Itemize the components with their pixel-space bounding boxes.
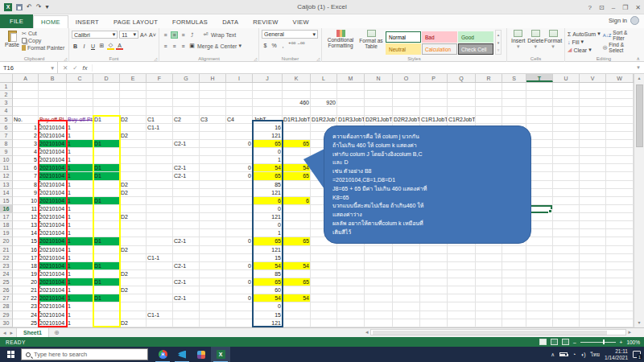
font-size-select[interactable]: 11▾ xyxy=(119,31,138,39)
cell-U18[interactable] xyxy=(553,221,580,229)
cell-T22[interactable] xyxy=(526,254,553,262)
column-header-A[interactable]: A xyxy=(13,74,39,82)
cell-E6[interactable] xyxy=(120,124,147,132)
cell-F2[interactable] xyxy=(147,91,173,99)
cell-A19[interactable]: 14 xyxy=(13,229,39,237)
row-header-24[interactable]: 24 xyxy=(0,270,13,278)
cell-A30[interactable]: 25 xyxy=(13,319,39,327)
cell-V29[interactable] xyxy=(580,311,606,319)
cell-H14[interactable] xyxy=(200,189,226,197)
cell-G23[interactable]: C2-1 xyxy=(173,262,200,270)
cell-G21[interactable] xyxy=(173,246,200,254)
cell-G22[interactable] xyxy=(173,254,200,262)
cell-G1[interactable] xyxy=(173,83,200,91)
cell-E24[interactable]: D2 xyxy=(120,270,147,278)
cell-A11[interactable]: 6 xyxy=(13,164,39,172)
cell-N22[interactable] xyxy=(365,254,393,262)
cell-W14[interactable] xyxy=(606,189,634,197)
cell-H18[interactable] xyxy=(200,221,226,229)
cell-V2[interactable] xyxy=(580,91,606,99)
cell-C22[interactable]: 1 xyxy=(67,254,93,262)
cell-U29[interactable] xyxy=(553,311,580,319)
cell-K17[interactable] xyxy=(283,213,311,221)
cell-H29[interactable] xyxy=(200,311,226,319)
cell-K29[interactable] xyxy=(283,311,311,319)
cell-E3[interactable] xyxy=(120,99,147,107)
cell-E30[interactable]: D2 xyxy=(120,319,147,327)
cell-W3[interactable] xyxy=(606,99,634,107)
cell-P28[interactable] xyxy=(420,302,448,311)
cell-J22[interactable]: 15 xyxy=(253,254,283,262)
cell-O1[interactable] xyxy=(393,83,420,91)
cell-F18[interactable] xyxy=(147,221,173,229)
column-header-M[interactable]: M xyxy=(337,74,365,82)
cell-K20[interactable]: 65 xyxy=(283,237,311,245)
cell-K1[interactable] xyxy=(283,83,311,91)
cell-W10[interactable] xyxy=(606,156,634,164)
cell-N3[interactable] xyxy=(365,99,393,107)
cell-D8[interactable]: D1 xyxy=(93,140,120,148)
cell-D20[interactable]: D1 xyxy=(93,237,120,245)
cell-O23[interactable] xyxy=(393,262,420,270)
cell-U12[interactable] xyxy=(553,172,580,180)
cell-G29[interactable] xyxy=(173,311,200,319)
cell-G20[interactable]: C2-1 xyxy=(173,237,200,245)
cell-E21[interactable]: D2 xyxy=(120,246,147,254)
cell-N5[interactable]: D2R1JobT xyxy=(365,116,393,124)
percent-button[interactable]: % xyxy=(270,42,278,49)
cell-C17[interactable]: 1 xyxy=(67,213,93,221)
column-header-V[interactable]: V xyxy=(580,74,606,82)
column-header-D[interactable]: D xyxy=(93,74,120,82)
wrap-text-button[interactable]: Wrap Text xyxy=(211,32,236,38)
comment-bubble[interactable]: ความต้องการคือ ให้ colum j บวกกันถ้าไม่เ… xyxy=(324,125,531,244)
cell-J23[interactable]: 54 xyxy=(253,262,283,270)
cell-Q21[interactable] xyxy=(448,246,476,254)
cell-B18[interactable]: 20210104 xyxy=(39,221,67,229)
cell-E26[interactable]: D2 xyxy=(120,286,147,294)
cell-U11[interactable] xyxy=(553,164,580,172)
cell-I8[interactable]: 0 xyxy=(226,140,253,148)
cell-A27[interactable]: 22 xyxy=(13,294,39,302)
cell-H2[interactable] xyxy=(200,91,226,99)
cell-H3[interactable] xyxy=(200,99,226,107)
cell-J16[interactable]: 0 xyxy=(253,205,283,213)
cell-C29[interactable]: 1 xyxy=(67,311,93,319)
cell-K2[interactable] xyxy=(283,91,311,99)
cell-K8[interactable]: 65 xyxy=(283,140,311,148)
cell-I22[interactable] xyxy=(226,254,253,262)
insert-cells-button[interactable]: Insert▾ xyxy=(510,30,527,50)
cell-A8[interactable]: 3 xyxy=(13,140,39,148)
zoom-slider[interactable] xyxy=(580,342,616,343)
cell-M29[interactable] xyxy=(337,311,365,319)
cell-L30[interactable] xyxy=(311,319,337,327)
cell-F1[interactable] xyxy=(147,83,173,91)
cell-H5[interactable]: C3 xyxy=(200,116,226,124)
row-header-25[interactable]: 25 xyxy=(0,278,13,286)
cell-Q2[interactable] xyxy=(448,91,476,99)
cell-Q24[interactable] xyxy=(448,270,476,278)
cell-A2[interactable] xyxy=(13,91,39,99)
cell-B15[interactable]: 20210104 xyxy=(39,197,67,205)
cell-K28[interactable] xyxy=(283,302,311,311)
row-header-1[interactable]: 1 xyxy=(0,83,13,91)
row-header-20[interactable]: 20 xyxy=(0,237,13,245)
cell-B9[interactable]: 20210104 xyxy=(39,148,67,156)
cell-U27[interactable] xyxy=(553,294,580,302)
cell-R25[interactable] xyxy=(476,278,502,286)
cell-H19[interactable] xyxy=(200,229,226,237)
cell-B23[interactable]: 20210104 xyxy=(39,262,67,270)
font-dialog-launcher[interactable]: ◿ xyxy=(154,56,157,61)
cell-J1[interactable] xyxy=(253,83,283,91)
cell-V3[interactable] xyxy=(580,99,606,107)
cell-A3[interactable] xyxy=(13,99,39,107)
cell-S23[interactable] xyxy=(502,262,526,270)
cell-U9[interactable] xyxy=(553,148,580,156)
cell-C20[interactable]: 1 xyxy=(67,237,93,245)
cell-C10[interactable]: 1 xyxy=(67,156,93,164)
cell-P26[interactable] xyxy=(420,286,448,294)
cell-P29[interactable] xyxy=(420,311,448,319)
grow-font-button[interactable]: A˄ xyxy=(140,31,147,39)
cell-P25[interactable] xyxy=(420,278,448,286)
column-header-E[interactable]: E xyxy=(120,74,147,82)
cell-R24[interactable] xyxy=(476,270,502,278)
